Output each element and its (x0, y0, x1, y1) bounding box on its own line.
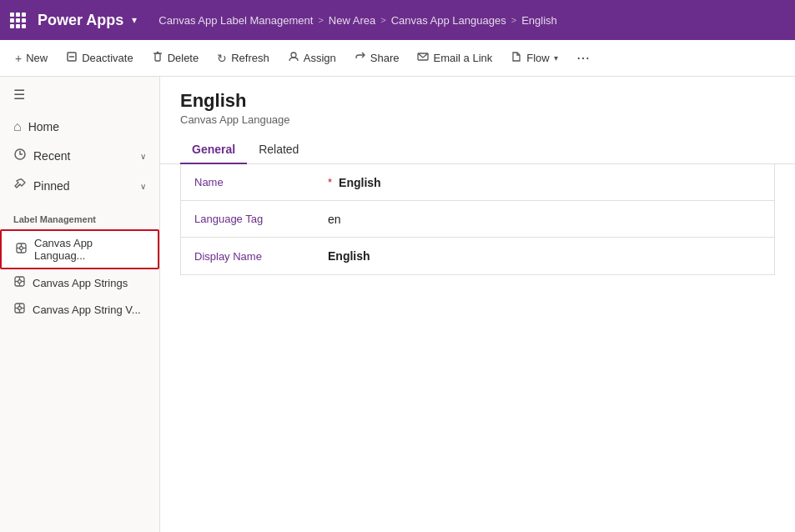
refresh-button[interactable]: ↻ Refresh (209, 47, 278, 70)
email-link-label: Email a Link (433, 52, 492, 64)
svg-point-5 (291, 53, 296, 58)
deactivate-button[interactable]: Deactivate (58, 46, 141, 70)
form-row-language-tag: Language Tag en (181, 201, 774, 238)
name-label: Name (194, 176, 328, 188)
sidebar-item-recent-label: Recent (33, 149, 70, 163)
breadcrumb-sep-2: > (380, 15, 385, 25)
sidebar-item-canvas-app-string-v[interactable]: Canvas App String V... (0, 296, 159, 323)
sidebar-item-canvas-app-language[interactable]: Canvas App Languag... (0, 229, 159, 269)
home-icon: ⌂ (13, 119, 22, 134)
delete-label: Delete (168, 52, 199, 64)
canvas-app-string-v-icon (13, 302, 26, 317)
breadcrumb-sep-1: > (318, 15, 323, 25)
form-row-name: Name * English (181, 164, 774, 201)
svg-rect-2 (155, 53, 160, 61)
canvas-app-language-icon (15, 242, 28, 257)
flow-button[interactable]: Flow ▾ (502, 46, 566, 70)
assign-icon (288, 51, 299, 65)
sidebar-item-home[interactable]: ⌂ Home (0, 113, 159, 141)
sidebar-item-canvas-app-strings[interactable]: Canvas App Strings (0, 269, 159, 296)
app-name[interactable]: Power Apps (38, 12, 123, 29)
form-section: Name * English Language Tag en Display N… (180, 164, 775, 275)
breadcrumb-item-2[interactable]: Canvas App Languages (391, 14, 506, 27)
main-layout: ☰ ⌂ Home Recent ∨ Pinned ∨ Label Managem… (0, 77, 795, 532)
page-title: English (180, 90, 775, 112)
sidebar: ☰ ⌂ Home Recent ∨ Pinned ∨ Label Managem… (0, 77, 160, 532)
sidebar-item-pinned-label: Pinned (33, 179, 70, 193)
share-label: Share (370, 52, 400, 64)
sidebar-item-canvas-app-language-label: Canvas App Languag... (34, 237, 144, 262)
app-chevron-icon[interactable]: ▾ (132, 14, 137, 26)
assign-label: Assign (304, 52, 336, 64)
more-button[interactable]: ⋯ (568, 45, 598, 71)
content-header: English Canvas App Language (160, 77, 795, 126)
pinned-icon (13, 178, 27, 194)
email-icon (417, 51, 429, 65)
display-name-label: Display Name (194, 250, 328, 263)
recent-chevron-icon: ∨ (140, 152, 146, 161)
commandbar: + New Deactivate Delete ↻ Refresh Assign… (0, 40, 795, 77)
svg-point-16 (18, 280, 22, 284)
pinned-chevron-icon: ∨ (140, 182, 146, 191)
flow-icon (511, 51, 522, 65)
tabs: General Related (160, 126, 795, 164)
delete-button[interactable]: Delete (143, 46, 208, 70)
name-value[interactable]: English (339, 176, 381, 189)
assign-button[interactable]: Assign (279, 46, 345, 70)
share-icon (355, 51, 366, 65)
svg-point-22 (18, 307, 22, 310)
flow-chevron-icon[interactable]: ▾ (554, 53, 558, 63)
deactivate-label: Deactivate (82, 52, 133, 64)
breadcrumb-item-1[interactable]: New Area (329, 14, 375, 27)
sidebar-item-canvas-app-strings-label: Canvas App Strings (33, 277, 128, 289)
sidebar-item-recent[interactable]: Recent ∨ (0, 141, 159, 171)
canvas-app-strings-icon (13, 275, 26, 290)
svg-line-8 (18, 184, 20, 186)
breadcrumb-sep-3: > (511, 15, 516, 25)
display-name-value[interactable]: English (328, 249, 370, 263)
new-button[interactable]: + New (7, 47, 56, 70)
name-required-star: * (328, 176, 332, 188)
sidebar-item-pinned[interactable]: Pinned ∨ (0, 171, 159, 201)
page-subtitle: Canvas App Language (180, 113, 775, 126)
breadcrumb: Canvas App Label Management > New Area >… (158, 14, 556, 27)
flow-label: Flow (526, 52, 549, 64)
new-icon: + (15, 52, 22, 65)
hamburger-icon[interactable]: ☰ (0, 77, 159, 113)
tab-related[interactable]: Related (247, 136, 310, 164)
sidebar-item-canvas-app-string-v-label: Canvas App String V... (33, 304, 141, 316)
share-button[interactable]: Share (346, 46, 408, 70)
refresh-icon: ↻ (217, 52, 227, 65)
waffle-icon[interactable] (10, 13, 26, 28)
language-tag-value[interactable]: en (328, 213, 341, 226)
new-label: New (26, 52, 48, 64)
breadcrumb-item-3[interactable]: English (521, 14, 557, 27)
sidebar-item-home-label: Home (28, 120, 59, 133)
language-tag-label: Language Tag (194, 213, 328, 225)
delete-icon (152, 51, 164, 65)
deactivate-icon (66, 51, 78, 65)
content-area: English Canvas App Language General Rela… (160, 77, 795, 532)
breadcrumb-root[interactable]: Canvas App Label Management (158, 14, 313, 27)
refresh-label: Refresh (231, 52, 269, 64)
tab-general[interactable]: General (180, 136, 247, 164)
sidebar-section-label: Label Management (0, 201, 159, 229)
topbar: Power Apps ▾ Canvas App Label Management… (0, 0, 795, 40)
svg-point-10 (20, 247, 23, 250)
recent-icon (13, 148, 27, 164)
email-link-button[interactable]: Email a Link (409, 46, 501, 70)
form-row-display-name: Display Name English (181, 238, 774, 274)
